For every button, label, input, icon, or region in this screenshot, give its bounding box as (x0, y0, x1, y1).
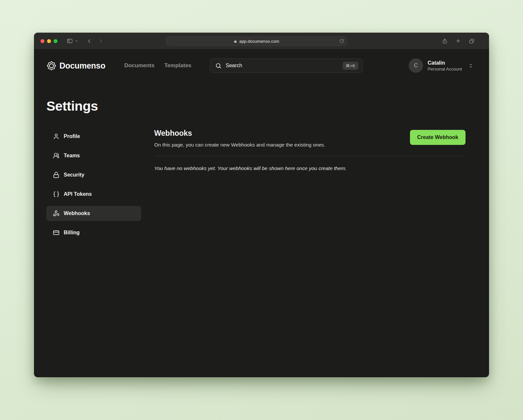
brand-name: Documenso (59, 61, 105, 70)
minimize-window-button[interactable] (47, 39, 51, 43)
address-bar[interactable]: app.documenso.com (166, 36, 347, 46)
sidebar-toggle-icon (67, 38, 73, 44)
sidebar-item-teams[interactable]: Teams (46, 148, 141, 163)
nav-link-documents[interactable]: Documents (124, 62, 155, 69)
app-header: Documenso Documents Templates Search ⌘+K… (34, 50, 489, 82)
sidebar-item-webhooks[interactable]: Webhooks (46, 206, 141, 221)
zoom-window-button[interactable] (54, 39, 57, 43)
nav-link-templates[interactable]: Templates (164, 62, 191, 69)
user-icon (53, 133, 59, 140)
browser-window: app.documenso.com Doc (34, 33, 489, 377)
close-window-button[interactable] (41, 39, 44, 43)
sidebar-item-label: Webhooks (64, 210, 90, 216)
settings-sidebar: Profile Teams Security API Tokens (46, 129, 141, 240)
app-content: Documenso Documents Templates Search ⌘+K… (34, 50, 489, 377)
webhook-icon (53, 210, 59, 217)
sidebar-item-profile[interactable]: Profile (46, 129, 141, 144)
account-name: Catalin (428, 60, 462, 66)
sidebar-item-api-tokens[interactable]: API Tokens (46, 187, 141, 202)
back-button[interactable] (86, 38, 92, 44)
sidebar-item-billing[interactable]: Billing (46, 225, 141, 240)
sidebar-item-label: Security (64, 172, 84, 178)
search-shortcut-badge: ⌘+K (343, 62, 358, 70)
settings-page: Settings Profile Teams Security (34, 82, 489, 240)
traffic-lights (41, 39, 57, 43)
sidebar-item-label: API Tokens (64, 191, 92, 197)
tabs-overview-icon (469, 38, 475, 44)
credit-card-icon (53, 229, 59, 236)
chevron-down-icon (75, 39, 78, 43)
brand-logo[interactable]: Documenso (46, 61, 105, 71)
avatar: C (409, 58, 423, 73)
sidebar-item-label: Billing (64, 230, 80, 236)
chevron-right-icon (98, 38, 104, 44)
users-icon (53, 152, 59, 159)
search-placeholder: Search (226, 63, 242, 69)
page-title: Settings (46, 99, 466, 114)
webhooks-empty-state: You have no webhooks yet. Your webhooks … (154, 165, 466, 171)
account-menu[interactable]: C Catalin Personal Account (409, 58, 473, 73)
sidebar-toggle-button[interactable] (67, 38, 73, 44)
browser-toolbar: app.documenso.com (34, 33, 489, 50)
reload-icon (339, 39, 344, 43)
sidebar-item-label: Profile (64, 133, 80, 139)
tabs-overview-button[interactable] (469, 38, 475, 44)
forward-button[interactable] (98, 38, 104, 44)
section-divider (154, 156, 466, 156)
sidebar-item-security[interactable]: Security (46, 167, 141, 182)
lock-icon (53, 172, 59, 178)
documenso-logo-icon (46, 61, 57, 71)
search-icon (215, 63, 221, 69)
url-text: app.documenso.com (239, 39, 279, 44)
reload-button[interactable] (339, 39, 344, 43)
toolbar-right-actions (442, 38, 482, 44)
sidebar-item-label: Teams (64, 153, 80, 159)
search-bar[interactable]: Search ⌘+K (210, 58, 363, 73)
toolbar-chevron-button[interactable] (75, 39, 78, 43)
new-tab-button[interactable] (455, 38, 461, 44)
chevrons-up-down-icon (468, 63, 473, 68)
webhooks-panel: Webhooks On this page, you can create ne… (154, 129, 466, 171)
webhooks-description: On this page, you can create new Webhook… (154, 142, 325, 148)
lock-icon (234, 39, 237, 43)
share-icon (442, 38, 448, 44)
braces-icon (53, 191, 59, 197)
chevron-left-icon (86, 38, 92, 44)
top-nav: Documents Templates (124, 62, 191, 69)
create-webhook-button[interactable]: Create Webhook (410, 130, 466, 145)
plus-icon (455, 38, 461, 44)
account-subtitle: Personal Account (428, 67, 462, 71)
webhooks-heading: Webhooks (154, 129, 325, 138)
share-button[interactable] (442, 38, 448, 44)
